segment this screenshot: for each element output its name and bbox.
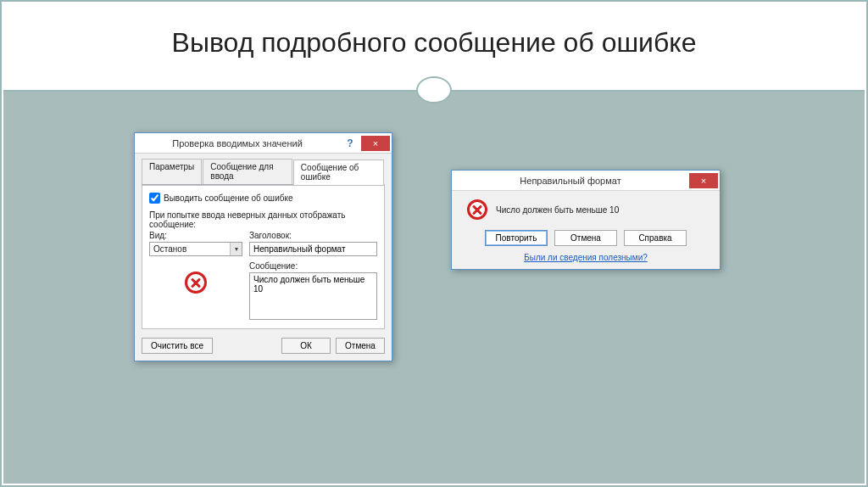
dialog2-title: Неправильный формат: [452, 176, 689, 186]
dialog1-body: Параметры Сообщение для ввода Сообщение …: [135, 154, 392, 361]
dialog2-close-button[interactable]: ×: [689, 173, 718, 188]
dialog1-footer: Очистить все ОК Отмена: [142, 338, 385, 354]
dialog2-body: Число должен быть меньше 10 Повторить От…: [452, 191, 720, 269]
dialog1-title: Проверка вводимых значений: [135, 138, 340, 148]
tab-strip: Параметры Сообщение для ввода Сообщение …: [142, 159, 385, 185]
close-icon: ×: [701, 176, 706, 186]
chevron-down-icon: ▾: [230, 243, 242, 255]
error-icon: [185, 271, 207, 294]
type-label: Вид:: [149, 231, 242, 240]
show-error-label: Выводить сообщение об ошибке: [164, 193, 293, 203]
clear-all-button[interactable]: Очистить все: [142, 338, 213, 354]
close-button[interactable]: ×: [361, 136, 390, 151]
show-error-checkbox[interactable]: [149, 193, 160, 204]
error-icon: [467, 199, 487, 220]
slide-frame: Вывод подробного сообщение об ошибке Про…: [0, 0, 868, 487]
data-validation-dialog: Проверка вводимых значений ? × Параметры…: [134, 132, 392, 361]
helpful-link[interactable]: Были ли сведения полезными?: [524, 253, 648, 262]
slide-body: Проверка вводимых значений ? × Параметры…: [3, 90, 865, 484]
ok-button[interactable]: ОК: [281, 338, 331, 354]
message-field-label: Сообщение:: [249, 261, 377, 271]
title-field-label: Заголовок:: [249, 231, 377, 240]
title-input[interactable]: [249, 242, 377, 256]
message-textarea[interactable]: [249, 272, 377, 320]
ring-ornament: [416, 76, 452, 104]
dialog2-cancel-button[interactable]: Отмена: [554, 230, 617, 246]
tab-parameters[interactable]: Параметры: [142, 159, 202, 184]
close-icon: ×: [373, 138, 378, 148]
dialog1-titlebar: Проверка вводимых значений ? ×: [135, 133, 392, 154]
help-button[interactable]: ?: [340, 136, 360, 151]
cancel-button[interactable]: Отмена: [336, 338, 385, 354]
subheading: При попытке ввода неверных данных отобра…: [149, 210, 377, 229]
tab-panel-error: Выводить сообщение об ошибке При попытке…: [142, 185, 385, 329]
error-message-dialog: Неправильный формат × Число должен быть …: [451, 170, 721, 270]
error-message-text: Число должен быть меньше 10: [496, 205, 619, 215]
slide-title: Вывод подробного сообщение об ошибке: [3, 27, 865, 59]
helpful-link-row: Были ли сведения полезными?: [462, 253, 709, 262]
help-button[interactable]: Справка: [624, 230, 687, 246]
type-value: Останов: [150, 243, 230, 255]
tab-input-message[interactable]: Сообщение для ввода: [203, 159, 292, 184]
retry-button[interactable]: Повторить: [485, 230, 548, 246]
dialog2-titlebar: Неправильный формат ×: [452, 171, 720, 191]
tab-error-message[interactable]: Сообщение об ошибке: [293, 160, 384, 185]
type-select[interactable]: Останов ▾: [149, 242, 242, 256]
